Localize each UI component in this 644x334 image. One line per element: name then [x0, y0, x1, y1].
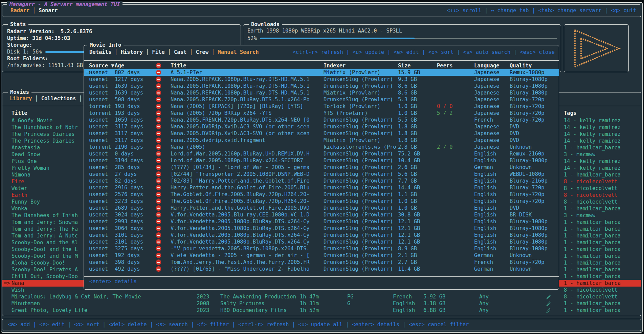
no-entry-icon: [156, 158, 161, 163]
movie-tag: 3 - macmww: [564, 212, 595, 219]
search-result-row[interactable]: usenet1059 daysNana.2005.FRENCH.720p.Blu…: [84, 117, 559, 123]
movie-tag: 14 - kelly ramirez: [564, 158, 621, 165]
search-result-row[interactable]: usenet2916 daysHarry.Potter.and.the.Gobl…: [84, 184, 559, 191]
no-entry-icon: [156, 144, 161, 150]
release-title: Harry.Potter.and.the.Goblet.of.Fire.2005…: [171, 205, 323, 211]
tab-cast[interactable]: Cast: [174, 49, 186, 55]
tab-file[interactable]: File: [152, 49, 164, 55]
release-size: 2.6 GB: [398, 164, 417, 171]
search-result-row[interactable]: usenet3275 days-"V pour vendetta.2005.BR…: [84, 245, 559, 252]
release-title: The.Goblet.Of.Fire.2005.BluRay.720p.H264…: [171, 191, 323, 198]
release-indexer: DrunkenSlug (Prowlarr): [324, 178, 396, 184]
search-result-row[interactable]: usenet2689 daysHarry.Potter.and.the.Gobl…: [84, 205, 559, 211]
col-rejected[interactable]: [156, 62, 161, 69]
search-result-row[interactable]: =>usenet802 daysA 5.1-PTerMiatrix (Prowl…: [84, 69, 559, 76]
movie-title: Nimona: [12, 171, 30, 178]
movie-row[interactable]: Minutemen2008Salty Pictures1h 31mGEnglis…: [2, 300, 641, 307]
movie-year: 2008: [197, 300, 209, 307]
search-result-row[interactable]: torrent193 daysNana (2005) [REPACK] [720…: [84, 103, 559, 110]
search-result-row[interactable]: usenet285 days(????) [01/34] - "Lord of …: [84, 164, 559, 171]
search-result-row[interactable]: usenet3101 daysV.for.Vendetta.2005.1080p…: [84, 238, 559, 245]
release-indexer: DrunkenSlug (Prowlarr): [324, 76, 396, 83]
stats-title: Stats: [8, 21, 28, 28]
search-result-row[interactable]: usenet3024 daysV.for.Vendetta.2005.Blu-r…: [84, 211, 559, 218]
movie-title: Tom and Jerry: Snowma: [12, 219, 78, 226]
release-indexer: DrunkenSlug (Prowlarr): [324, 96, 396, 103]
movie-info-keybinds: <ctrl-r> refresh | <u> update | <e> edit…: [292, 49, 555, 56]
rejected-icon: [156, 157, 161, 164]
search-result-row[interactable]: usenet3117 daysNana.2005.DVDRip.XviD.AC3…: [84, 130, 559, 137]
release-quality: Bluray-1080p: [510, 89, 548, 96]
search-result-row[interactable]: usenet27 days[02/44] "Transporter 2.2005…: [84, 171, 559, 178]
col-indexer[interactable]: Indexer: [324, 62, 346, 69]
search-result-row[interactable]: usenet1217 daysNana.2005.REPACK.1080p.Bl…: [84, 76, 559, 83]
rejected-icon: [156, 232, 161, 238]
tab-separator: │: [186, 49, 196, 55]
col-source[interactable]: Source ▼: [89, 62, 114, 69]
search-result-row[interactable]: usenet0 daysLord.of.War.2005.2160p.BluRa…: [84, 150, 559, 157]
no-entry-icon: [156, 165, 161, 170]
release-age: 3194 days: [115, 157, 143, 164]
search-result-row[interactable]: usenet492 days(????) [01/65] - "Miss Und…: [84, 266, 559, 272]
col-peers[interactable]: Peers: [437, 62, 453, 69]
search-result-row[interactable]: usenet1639 daysNana.2005.REPACK.1080p.Bl…: [84, 89, 559, 96]
release-age: 285 days: [115, 164, 140, 171]
no-entry-icon: [156, 192, 161, 197]
tab-crew[interactable]: Crew: [196, 49, 208, 55]
tab-details[interactable]: Details: [89, 49, 111, 55]
tab-sonarr[interactable]: Sonarr: [39, 7, 58, 14]
search-result-row[interactable]: usenet3117 daysNana.2005.DVDRip.XviD.AC3…: [84, 123, 559, 130]
search-result-row[interactable]: torrent193 daysNana (2005) 720p BRRip x2…: [84, 110, 559, 117]
no-entry-icon: [156, 226, 161, 231]
release-age: 3101 days: [115, 238, 143, 245]
rejected-icon: [156, 225, 161, 232]
search-table-header: Source ▼ Age Title Indexer Size Peers La…: [84, 62, 559, 69]
search-result-row[interactable]: usenet1639 daysNana.2005.REPACK.1080p.Bl…: [84, 83, 559, 89]
col-quality[interactable]: Quality: [510, 62, 532, 69]
search-result-row[interactable]: usenet82 days[02/83] "Harry.Potter.and.t…: [84, 178, 559, 184]
search-result-row[interactable]: usenet3117 daysnana.2005.dvdrip.xvid.fra…: [84, 137, 559, 144]
search-result-row[interactable]: usenet192 daysV wie Vendetta - 2005 - ge…: [84, 252, 559, 259]
search-result-row[interactable]: usenet398 daysTom.And.Jerry.The.Fast.And…: [84, 259, 559, 266]
movie-row[interactable]: Great Photo, Lovely Life2023HBO Document…: [2, 307, 641, 314]
search-result-row[interactable]: usenet508 daysNana.2005.REPACK.720p.BluR…: [84, 96, 559, 103]
no-entry-icon: [156, 266, 161, 272]
release-indexer: DrunkenSlug (Prowlarr): [324, 205, 396, 211]
release-indexer: DrunkenSlug (Prowlarr): [324, 150, 396, 157]
search-result-row[interactable]: usenet3273 daysThe.Goblet.Of.Fire.2005.B…: [84, 198, 559, 205]
release-quality: Remux-2160p: [510, 150, 545, 157]
col-size[interactable]: Size: [398, 62, 410, 69]
search-result-row[interactable]: usenet3101 daysV.for.Vendetta.2005.1080p…: [84, 232, 559, 238]
tab-radarr[interactable]: Radarr: [10, 7, 29, 14]
tab-library[interactable]: Library: [10, 96, 32, 102]
tab-history[interactable]: History: [121, 49, 143, 55]
release-age: 508 days: [115, 96, 140, 103]
rejected-icon: [156, 117, 161, 123]
release-indexer: DrunkenSlug (Prowlarr): [324, 198, 396, 205]
tab-collections[interactable]: Collections: [41, 96, 76, 102]
search-result-row[interactable]: usenet3064 daysV.for.Vendetta.2005.1080p…: [84, 225, 559, 232]
movie-row[interactable]: Miraculous: Ladybug & Cat Noir, The Movi…: [2, 293, 641, 300]
col-age[interactable]: Age: [115, 62, 124, 69]
search-result-row[interactable]: torrent2190 daysNana (2005)kickasstorren…: [84, 144, 559, 150]
bottom-bar: <a> add | <e> edit | <o> sort | <del> de…: [2, 319, 641, 331]
release-language: German: [474, 164, 493, 171]
release-source: usenet: [89, 225, 108, 232]
release-quality: Unknown: [510, 252, 532, 259]
release-source: usenet: [89, 137, 108, 144]
search-result-row[interactable]: usenet3194 daysLord.of.War.2005.1080p.Bl…: [84, 157, 559, 164]
release-quality: DVD: [510, 137, 519, 144]
col-language[interactable]: Language: [474, 62, 499, 69]
movie-title: Scooby-Doo! Pirates A: [12, 266, 78, 273]
search-result-row[interactable]: usenet2576 daysThe.Goblet.Of.Fire.2005.B…: [84, 191, 559, 198]
col-title[interactable]: Title: [171, 62, 186, 69]
release-quality: Bluray-2160p: [510, 178, 548, 184]
search-result-row[interactable]: usenet2993 daysV.for.Vendetta.2005.1080p…: [84, 218, 559, 225]
release-indexer: DrunkenSlug (Prowlarr): [324, 232, 396, 238]
uptime-value: 31d 04:35:03: [32, 35, 70, 42]
release-indexer: DrunkenSlug (Prowlarr): [324, 218, 396, 225]
tab-manual-search[interactable]: Manual Search: [218, 49, 259, 55]
release-age: 3064 days: [115, 225, 143, 232]
rejected-icon: [156, 76, 161, 83]
release-language: English: [474, 191, 496, 198]
